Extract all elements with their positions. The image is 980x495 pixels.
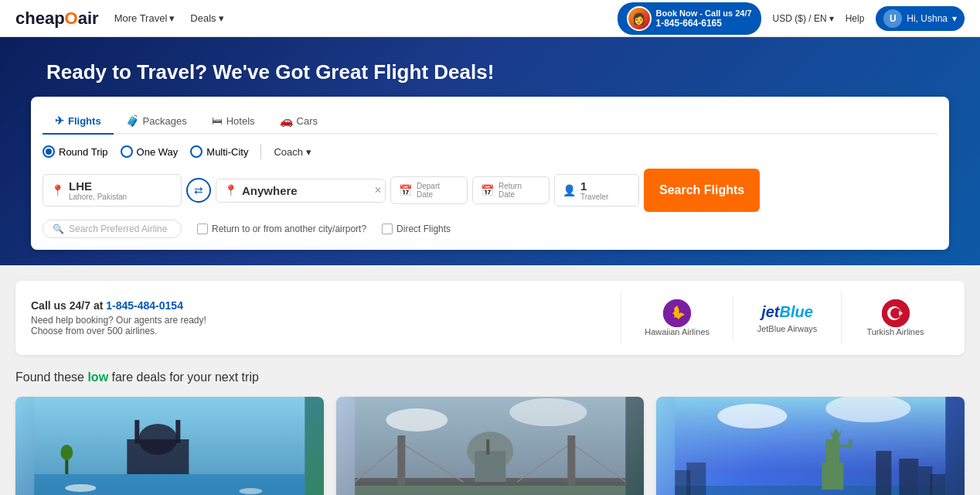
call-badge[interactable]: 👩 Book Now - Call us 24/7 1-845-664-6165 (618, 2, 761, 35)
top-nav: cheapOair More Travel ▾ Deals ▾ 👩 Book N… (0, 0, 980, 37)
one-way-option[interactable]: One Way (121, 145, 179, 158)
hawaiian-airlines-logo (663, 299, 691, 327)
deal-card-london[interactable]: London LHE – LON Oct 13 - Dec 02 $82170*… (336, 397, 645, 495)
round-trip-radio[interactable] (43, 145, 55, 158)
svg-point-12 (65, 484, 96, 492)
origin-code: LHE (69, 179, 127, 193)
istanbul-image (15, 397, 324, 495)
return-date-field[interactable]: 📅 Return Date (472, 176, 550, 204)
svg-point-13 (239, 488, 262, 494)
hawaiian-name: Hawaiian Airlines (645, 327, 709, 336)
logo-area: cheapOair More Travel ▾ Deals ▾ (15, 9, 224, 29)
multi-city-option[interactable]: Multi-City (190, 145, 248, 158)
airline-jetblue[interactable]: jetBlue JetBlue Airways (733, 295, 841, 341)
chevron-down-icon: ▾ (952, 13, 957, 24)
call-line2: Choose from over 500 airlines. (31, 326, 206, 336)
turkish-airlines-logo (882, 299, 910, 327)
svg-point-18 (509, 398, 587, 426)
flights-icon: ✈ (55, 114, 64, 127)
svg-rect-44 (687, 463, 706, 495)
depart-sub: Date (417, 190, 440, 199)
depart-label: Depart (417, 182, 440, 190)
search-fields: 📍 LHE Lahore, Pakistan ⇄ 📍 Anywhere ✕ 📅 (43, 169, 937, 212)
svg-point-9 (138, 424, 177, 455)
svg-rect-28 (475, 451, 505, 482)
direct-flights-checkbox[interactable] (382, 224, 393, 234)
destination-content: Anywhere (242, 184, 298, 197)
london-image (336, 397, 645, 495)
user-menu[interactable]: U Hi, Ushna ▾ (876, 6, 965, 31)
one-way-radio[interactable] (121, 145, 133, 158)
depart-date-field[interactable]: 📅 Depart Date (390, 176, 468, 204)
svg-rect-26 (567, 435, 575, 486)
airline-hawaiian[interactable]: Hawaiian Airlines (621, 292, 733, 344)
search-icon: 🔍 (53, 224, 64, 234)
origin-city: Lahore, Pakistan (69, 193, 127, 201)
hero-title: Ready to Travel? We've Got Great Flight … (46, 60, 965, 84)
round-trip-option[interactable]: Round Trip (43, 145, 108, 158)
origin-field[interactable]: 📍 LHE Lahore, Pakistan (43, 174, 182, 207)
return-content: Return Date (499, 182, 522, 199)
main-content: Call us 24/7 at 1-845-484-0154 Need help… (0, 265, 980, 495)
svg-rect-38 (849, 439, 852, 449)
return-city-option[interactable]: Return to or from another city/airport? (197, 224, 366, 234)
airline-search-input[interactable]: 🔍 Search Preferred Airline (43, 220, 182, 238)
clear-destination-button[interactable]: ✕ (374, 185, 382, 196)
call-phone[interactable]: 1-845-484-0154 (106, 299, 183, 312)
multi-city-radio[interactable] (190, 145, 202, 158)
traveler-content: 1 Traveler (580, 179, 608, 201)
traveler-label: Traveler (580, 193, 608, 201)
svg-rect-40 (900, 459, 919, 495)
help-button[interactable]: Help (846, 13, 865, 24)
svg-rect-25 (397, 435, 405, 486)
search-flights-button[interactable]: Search Flights (644, 169, 760, 212)
nav-links: More Travel ▾ Deals ▾ (114, 12, 224, 24)
svg-rect-42 (931, 474, 946, 495)
airline-turkish[interactable]: Turkish Airlines (841, 292, 949, 344)
direct-flights-option[interactable]: Direct Flights (382, 224, 451, 234)
swap-button[interactable]: ⇄ (186, 178, 211, 203)
tab-hotels[interactable]: 🛏 Hotels (199, 108, 267, 135)
destination-value: Anywhere (242, 184, 298, 197)
return-city-checkbox[interactable] (197, 224, 208, 234)
search-box: ✈ Flights 🧳 Packages 🛏 Hotels 🚗 Cars Rou… (31, 97, 949, 250)
svg-rect-29 (486, 439, 489, 455)
nav-right: 👩 Book Now - Call us 24/7 1-845-664-6165… (618, 2, 965, 35)
currency-selector[interactable]: USD ($) / EN ▾ (773, 13, 834, 24)
book-now-label: Book Now - Call us 24/7 (656, 9, 752, 18)
jetblue-logo: jetBlue (761, 303, 813, 321)
destination-location-icon: 📍 (224, 184, 237, 196)
deal-card-nyc[interactable]: New York City LHE – NYC Oct 10 - Oct 20 … (656, 397, 965, 495)
low-text: low (87, 370, 108, 384)
nyc-image (656, 397, 965, 495)
hero-section: Ready to Travel? We've Got Great Flight … (0, 37, 980, 265)
turkish-name: Turkish Airlines (866, 327, 924, 336)
chevron-down-icon: ▾ (829, 13, 834, 24)
logo-cheap: cheap (15, 9, 65, 29)
logo-o: O (65, 9, 78, 29)
svg-point-15 (60, 445, 73, 460)
packages-icon: 🧳 (126, 114, 139, 127)
brand-logo[interactable]: cheapOair (15, 9, 99, 29)
cars-icon: 🚗 (280, 114, 293, 127)
svg-rect-39 (876, 451, 892, 495)
tab-packages[interactable]: 🧳 Packages (114, 108, 199, 135)
nav-more-travel[interactable]: More Travel ▾ (114, 12, 175, 24)
call-text: Book Now - Call us 24/7 1-845-664-6165 (656, 9, 752, 29)
chevron-down-icon: ▾ (306, 146, 311, 158)
deal-card-istanbul[interactable]: Istanbul LHE – IST Apr 08 - Apr 14 $5707… (15, 397, 324, 495)
destination-field[interactable]: 📍 Anywhere ✕ (216, 179, 386, 203)
svg-rect-11 (175, 420, 180, 443)
person-icon: 👤 (563, 184, 576, 196)
chevron-down-icon: ▾ (219, 12, 224, 24)
nav-deals[interactable]: Deals ▾ (190, 12, 223, 24)
jetblue-name: JetBlue Airways (757, 324, 818, 333)
location-icon: 📍 (51, 184, 64, 196)
chevron-down-icon: ▾ (169, 12, 175, 24)
travelers-field[interactable]: 👤 1 Traveler (554, 174, 639, 207)
class-selector[interactable]: Coach ▾ (274, 146, 311, 158)
hotels-icon: 🛏 (212, 114, 223, 127)
calendar-icon: 📅 (399, 184, 412, 196)
tab-flights[interactable]: ✈ Flights (43, 108, 114, 135)
tab-cars[interactable]: 🚗 Cars (267, 108, 330, 135)
